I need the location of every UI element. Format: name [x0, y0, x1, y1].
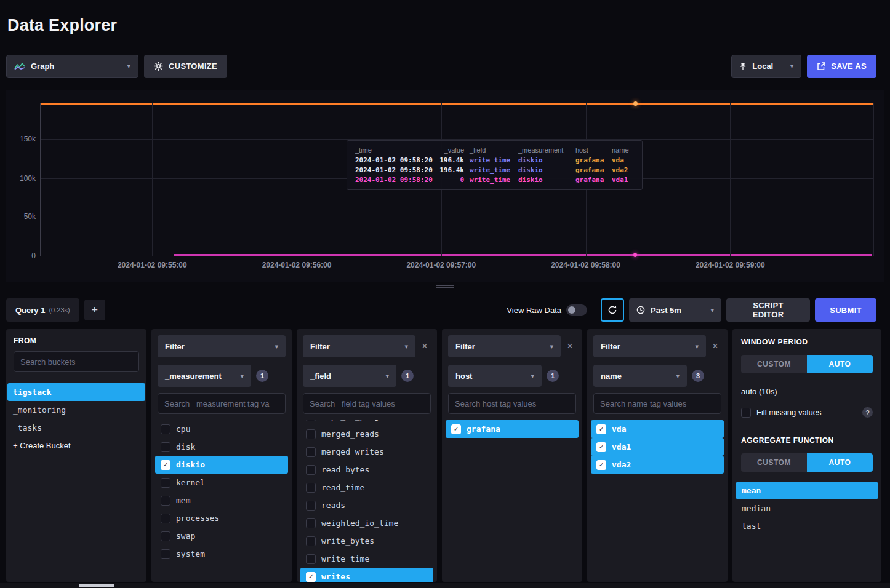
checkbox[interactable]: ✓ [596, 442, 606, 452]
script-editor-button[interactable]: SCRIPT EDITOR [726, 298, 810, 322]
tag-value-disk[interactable]: disk [155, 438, 288, 456]
tag-value-reads[interactable]: reads [300, 496, 433, 514]
checkbox[interactable] [306, 429, 316, 439]
tag-value-read_bytes[interactable]: read_bytes [300, 461, 433, 479]
aggregate-function-last[interactable]: last [736, 517, 878, 535]
checkbox[interactable]: ✓ [596, 424, 606, 434]
add-query-button[interactable]: + [84, 300, 105, 320]
scrollbar-thumb[interactable] [79, 584, 114, 587]
timezone-dropdown[interactable]: Local ▾ [731, 55, 801, 78]
tag-key-dropdown[interactable]: name▾ [593, 365, 687, 387]
bucket-item-_tasks[interactable]: _tasks [7, 419, 145, 437]
aggregate-function-mean[interactable]: mean [736, 482, 878, 499]
window-auto-button[interactable]: AUTO [807, 355, 873, 373]
create-bucket-button[interactable]: + Create Bucket [7, 437, 145, 455]
tag-value-vda2[interactable]: ✓vda2 [591, 456, 724, 474]
x-axis-tick-label: 2024-01-02 09:58:00 [551, 261, 620, 269]
tag-value-merged_reads[interactable]: merged_reads [300, 425, 433, 443]
checkbox[interactable] [306, 420, 316, 421]
fill-missing-values-row[interactable]: Fill missing values ? [741, 407, 873, 418]
filter-type-dropdown[interactable]: Filter▾ [158, 335, 286, 357]
filter-type-dropdown[interactable]: Filter▾ [303, 335, 415, 357]
gridline [730, 103, 731, 256]
tag-value-kernel[interactable]: kernel [155, 474, 288, 491]
bucket-item-_monitoring[interactable]: _monitoring [7, 401, 145, 419]
tag-value-grafana[interactable]: ✓grafana [446, 420, 579, 438]
checkbox[interactable]: ✓ [596, 460, 606, 470]
checkbox[interactable] [161, 531, 170, 541]
tag-value-label: diskio [176, 460, 205, 469]
checkbox[interactable] [306, 447, 316, 457]
checkbox[interactable] [161, 478, 170, 488]
tag-value-search-input[interactable] [448, 393, 576, 414]
toolbar: Graph ▾ CUSTOMIZE Local ▾ [6, 54, 876, 78]
selected-count-badge: 1 [401, 370, 414, 382]
tag-value-processes[interactable]: processes [155, 509, 288, 527]
checkbox[interactable] [306, 536, 316, 546]
tooltip-header: _measurement [518, 146, 570, 154]
bucket-search-input[interactable] [14, 351, 139, 372]
tag-value-diskio[interactable]: ✓diskio [155, 456, 288, 474]
tag-value-read_time[interactable]: read_time [300, 479, 433, 496]
tag-value-mem[interactable]: mem [155, 491, 288, 509]
checkbox[interactable] [306, 554, 316, 564]
tag-key-dropdown[interactable]: host▾ [448, 365, 542, 387]
checkbox[interactable]: ✓ [161, 460, 170, 470]
checkbox[interactable]: ✓ [451, 424, 461, 434]
tag-value-merged_writes[interactable]: merged_writes [300, 443, 433, 461]
tag-value-writes[interactable]: ✓writes [300, 568, 433, 582]
customize-button[interactable]: CUSTOMIZE [144, 55, 227, 78]
aggregate-auto-button[interactable]: AUTO [807, 453, 873, 472]
bucket-list: tigstack_monitoring_tasks+ Create Bucket [7, 383, 145, 455]
tag-value-iops_in_progress[interactable]: iops_in_progress [300, 420, 433, 425]
tag-value-search-input[interactable] [303, 393, 431, 414]
query-tab[interactable]: Query 1 (0.23s) [6, 298, 79, 322]
checkbox[interactable] [306, 501, 316, 511]
visualization-type-dropdown[interactable]: Graph ▾ [6, 55, 138, 78]
tooltip-cell: vda [612, 156, 634, 164]
checkbox[interactable] [306, 518, 316, 528]
bucket-item-tigstack[interactable]: tigstack [7, 383, 145, 401]
save-as-button[interactable]: SAVE AS [807, 55, 876, 78]
filter-type-dropdown[interactable]: Filter▾ [448, 335, 561, 357]
remove-filter-button[interactable]: × [419, 340, 431, 352]
time-range-dropdown[interactable]: Past 5m ▾ [629, 298, 721, 322]
tag-value-label: merged_writes [321, 447, 384, 456]
view-raw-data-toggle[interactable] [566, 304, 587, 316]
checkbox[interactable]: ✓ [306, 572, 316, 582]
resize-handle[interactable] [433, 285, 457, 291]
tag-value-vda1[interactable]: ✓vda1 [591, 438, 724, 456]
remove-filter-button[interactable]: × [709, 340, 721, 352]
filter-type-label: Filter [165, 342, 185, 351]
submit-button[interactable]: SUBMIT [815, 298, 876, 322]
aggregate-custom-button[interactable]: CUSTOM [741, 453, 807, 472]
tag-value-write_bytes[interactable]: write_bytes [300, 532, 433, 550]
checkbox[interactable] [306, 465, 316, 475]
horizontal-scrollbar[interactable] [0, 583, 890, 588]
checkbox[interactable] [161, 424, 170, 434]
tag-key-dropdown[interactable]: _measurement▾ [158, 365, 251, 387]
tag-value-swap[interactable]: swap [155, 527, 288, 545]
checkbox[interactable] [161, 496, 170, 506]
fill-missing-checkbox[interactable] [741, 408, 751, 418]
aggregate-function-median[interactable]: median [736, 499, 878, 517]
refresh-button[interactable] [601, 298, 624, 322]
tag-value-write_time[interactable]: write_time [300, 550, 433, 568]
tag-value-vda[interactable]: ✓vda [591, 420, 724, 438]
window-custom-button[interactable]: CUSTOM [741, 355, 807, 373]
tag-value-search-input[interactable] [158, 393, 286, 414]
gridline [152, 103, 153, 256]
tag-value-weighted_io_time[interactable]: weighted_io_time [300, 514, 433, 532]
tag-value-system[interactable]: system [155, 545, 288, 563]
tag-value-search-input[interactable] [593, 393, 721, 414]
tag-key-label: _field [310, 371, 331, 381]
remove-filter-button[interactable]: × [564, 340, 576, 352]
filter-type-dropdown[interactable]: Filter▾ [593, 335, 706, 357]
checkbox[interactable] [161, 514, 170, 523]
tag-value-cpu[interactable]: cpu [155, 420, 288, 438]
checkbox[interactable] [306, 483, 316, 493]
tag-key-dropdown[interactable]: _field▾ [303, 365, 396, 387]
checkbox[interactable] [161, 549, 170, 559]
checkbox[interactable] [161, 442, 170, 452]
help-icon[interactable]: ? [862, 407, 873, 418]
